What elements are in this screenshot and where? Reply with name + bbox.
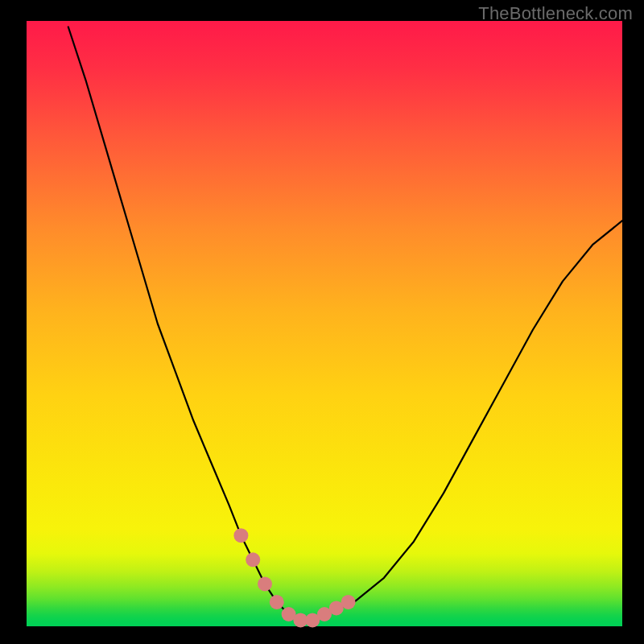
plot-gradient-background: [27, 21, 622, 626]
watermark-text: TheBottleneck.com: [478, 3, 633, 24]
chart-frame: TheBottleneck.com: [0, 0, 644, 644]
